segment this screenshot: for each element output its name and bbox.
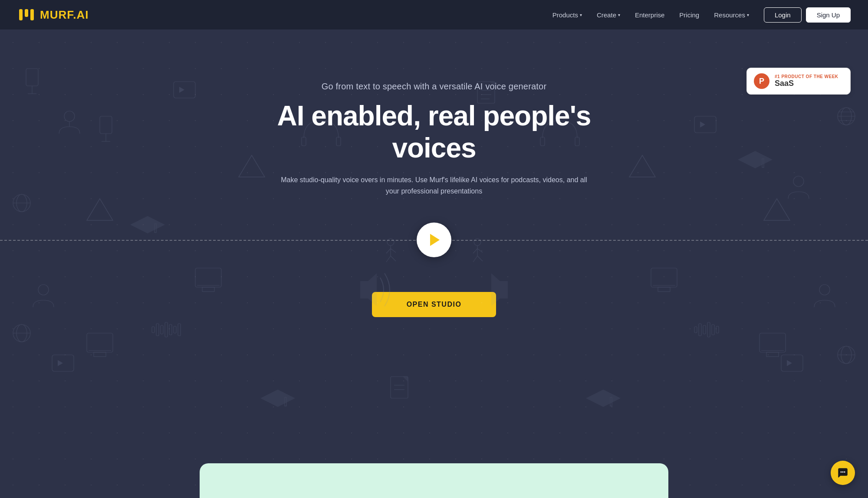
svg-marker-17 [700, 121, 705, 128]
svg-marker-101 [87, 199, 113, 220]
svg-rect-48 [202, 287, 214, 292]
svg-point-37 [16, 324, 27, 342]
svg-marker-13 [58, 360, 63, 366]
svg-rect-80 [178, 324, 181, 336]
badge-top-text: #1 PRODUCT OF THE WEEK [775, 74, 838, 79]
svg-rect-0 [19, 9, 23, 20]
hero-title: AI enabled, real people's voices [239, 100, 629, 164]
svg-point-23 [38, 285, 49, 295]
open-studio-button[interactable]: OPEN STUDIO [372, 292, 496, 317]
nav-enterprise[interactable]: Enterprise [629, 8, 671, 22]
nav-menu: Products ▾ Create ▾ Enterprise Pricing R… [546, 8, 755, 22]
logo-text: MURF.AI [40, 8, 89, 22]
svg-rect-75 [156, 324, 159, 336]
svg-rect-46 [610, 397, 612, 406]
hero-description: Make studio-quality voice overs in minut… [278, 174, 590, 197]
svg-point-105 [844, 472, 845, 473]
svg-rect-54 [94, 352, 106, 357]
svg-rect-83 [703, 325, 706, 334]
svg-rect-1 [25, 9, 28, 17]
svg-point-36 [13, 324, 30, 342]
svg-point-24 [819, 285, 830, 295]
svg-rect-44 [285, 397, 286, 406]
svg-rect-2 [30, 9, 34, 20]
svg-marker-102 [764, 199, 790, 220]
chevron-down-icon: ▾ [580, 13, 582, 17]
nav-pricing[interactable]: Pricing [673, 8, 705, 22]
badge-bottom-text: SaaS [775, 79, 838, 88]
auth-buttons: Login Sign Up [764, 7, 851, 23]
svg-rect-3 [26, 69, 38, 86]
hero-content: Go from text to speech with a versatile … [239, 29, 629, 223]
svg-point-30 [13, 194, 30, 212]
svg-marker-19 [787, 360, 792, 366]
chat-button[interactable] [831, 461, 855, 485]
play-section [0, 223, 868, 257]
play-icon [430, 234, 440, 246]
chat-icon [837, 467, 849, 479]
svg-rect-77 [165, 322, 168, 337]
svg-rect-70 [391, 377, 408, 398]
signup-button[interactable]: Sign Up [806, 7, 851, 23]
svg-rect-14 [174, 82, 195, 98]
svg-point-104 [842, 472, 844, 473]
svg-marker-100 [629, 155, 655, 177]
hero-section: P #1 PRODUCT OF THE WEEK SaaS Go from te… [0, 29, 868, 498]
navbar: MURF.AI Products ▾ Create ▾ Enterprise P… [0, 0, 868, 29]
svg-rect-12 [52, 355, 74, 371]
producthunt-logo: P [754, 73, 769, 89]
svg-rect-51 [658, 287, 670, 292]
svg-rect-57 [766, 352, 779, 357]
svg-point-34 [841, 346, 852, 364]
svg-rect-79 [174, 326, 176, 333]
chevron-down-icon: ▾ [618, 13, 620, 17]
logo-icon [17, 6, 36, 24]
badge-text: #1 PRODUCT OF THE WEEK SaaS [775, 74, 838, 88]
svg-marker-45 [586, 390, 621, 407]
svg-rect-16 [694, 116, 716, 133]
svg-point-31 [16, 194, 27, 212]
bottom-card [200, 463, 668, 498]
chevron-down-icon: ▾ [747, 13, 749, 17]
svg-rect-85 [712, 324, 714, 335]
hero-subtitle: Go from text to speech with a versatile … [239, 82, 629, 92]
svg-marker-43 [260, 390, 295, 407]
svg-point-26 [841, 108, 852, 125]
svg-rect-6 [100, 116, 112, 134]
svg-point-22 [793, 176, 804, 187]
nav-products[interactable]: Products ▾ [546, 8, 588, 22]
svg-rect-78 [169, 324, 172, 335]
svg-point-33 [838, 346, 855, 364]
svg-rect-81 [694, 327, 697, 333]
svg-rect-76 [161, 325, 163, 334]
svg-point-103 [841, 472, 842, 473]
svg-rect-84 [707, 322, 710, 337]
logo[interactable]: MURF.AI [17, 6, 89, 24]
svg-rect-47 [195, 268, 221, 287]
svg-rect-74 [152, 327, 155, 333]
svg-marker-73 [403, 377, 408, 382]
svg-marker-15 [179, 87, 184, 93]
play-button[interactable] [417, 223, 451, 257]
svg-rect-50 [651, 268, 677, 287]
svg-rect-53 [87, 333, 113, 352]
svg-rect-56 [760, 333, 786, 352]
nav-create[interactable]: Create ▾ [591, 8, 626, 22]
svg-rect-86 [716, 326, 719, 333]
svg-marker-41 [738, 151, 773, 168]
svg-point-25 [838, 108, 855, 125]
nav-resources[interactable]: Resources ▾ [708, 8, 755, 22]
svg-point-20 [64, 111, 75, 121]
product-badge[interactable]: P #1 PRODUCT OF THE WEEK SaaS [746, 68, 851, 95]
svg-rect-18 [781, 355, 803, 371]
login-button[interactable]: Login [764, 7, 802, 23]
svg-rect-82 [699, 324, 701, 336]
svg-rect-42 [762, 159, 764, 167]
